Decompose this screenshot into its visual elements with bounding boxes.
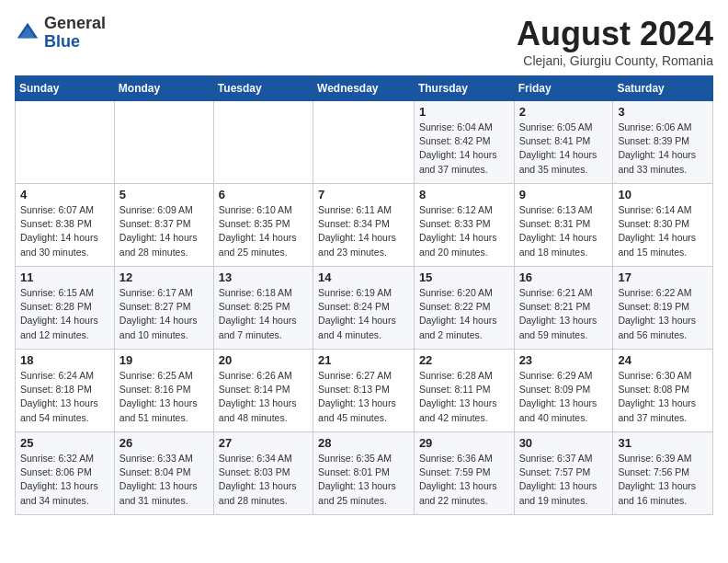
day-info: Sunrise: 6:32 AMSunset: 8:06 PMDaylight:…: [20, 452, 109, 508]
day-number: 3: [618, 105, 708, 119]
day-number: 1: [419, 105, 509, 119]
page-header: General Blue August 2024 Clejani, Giurgi…: [15, 15, 713, 68]
day-number: 16: [519, 270, 609, 284]
day-number: 20: [219, 353, 308, 367]
month-year-title: August 2024: [517, 15, 713, 53]
calendar-cell: 9Sunrise: 6:13 AMSunset: 8:31 PMDaylight…: [514, 184, 613, 267]
day-number: 28: [318, 436, 409, 450]
calendar-cell: 29Sunrise: 6:36 AMSunset: 7:59 PMDayligh…: [414, 432, 514, 515]
day-info: Sunrise: 6:37 AMSunset: 7:57 PMDaylight:…: [519, 452, 609, 508]
calendar-cell: 8Sunrise: 6:12 AMSunset: 8:33 PMDaylight…: [414, 184, 514, 267]
calendar-cell: 5Sunrise: 6:09 AMSunset: 8:37 PMDaylight…: [114, 184, 213, 267]
calendar-cell: 2Sunrise: 6:05 AMSunset: 8:41 PMDaylight…: [514, 101, 613, 184]
calendar-cell: 1Sunrise: 6:04 AMSunset: 8:42 PMDaylight…: [414, 101, 514, 184]
day-info: Sunrise: 6:07 AMSunset: 8:38 PMDaylight:…: [20, 203, 109, 259]
calendar-cell: 14Sunrise: 6:19 AMSunset: 8:24 PMDayligh…: [313, 267, 415, 350]
day-number: 7: [318, 188, 409, 201]
calendar-week-row: 4Sunrise: 6:07 AMSunset: 8:38 PMDaylight…: [16, 184, 713, 267]
day-info: Sunrise: 6:35 AMSunset: 8:01 PMDaylight:…: [318, 452, 409, 508]
day-info: Sunrise: 6:15 AMSunset: 8:28 PMDaylight:…: [20, 286, 109, 342]
day-info: Sunrise: 6:19 AMSunset: 8:24 PMDaylight:…: [318, 286, 409, 342]
day-number: 11: [20, 270, 109, 284]
calendar-cell: 30Sunrise: 6:37 AMSunset: 7:57 PMDayligh…: [514, 432, 613, 515]
day-info: Sunrise: 6:18 AMSunset: 8:25 PMDaylight:…: [219, 286, 308, 342]
calendar-cell: 27Sunrise: 6:34 AMSunset: 8:03 PMDayligh…: [213, 432, 313, 515]
calendar-cell: 23Sunrise: 6:29 AMSunset: 8:09 PMDayligh…: [514, 350, 613, 432]
day-number: 10: [618, 188, 708, 201]
day-number: 30: [519, 436, 609, 450]
day-number: 8: [419, 188, 509, 201]
day-number: 24: [618, 353, 708, 367]
day-info: Sunrise: 6:27 AMSunset: 8:13 PMDaylight:…: [318, 369, 409, 425]
day-info: Sunrise: 6:09 AMSunset: 8:37 PMDaylight:…: [119, 203, 209, 259]
day-number: 12: [119, 270, 209, 284]
day-number: 6: [219, 188, 308, 201]
calendar-cell: 19Sunrise: 6:25 AMSunset: 8:16 PMDayligh…: [114, 350, 213, 432]
calendar-cell: 16Sunrise: 6:21 AMSunset: 8:21 PMDayligh…: [514, 267, 613, 350]
day-info: Sunrise: 6:10 AMSunset: 8:35 PMDaylight:…: [219, 203, 308, 259]
day-info: Sunrise: 6:33 AMSunset: 8:04 PMDaylight:…: [119, 452, 209, 508]
day-info: Sunrise: 6:29 AMSunset: 8:09 PMDaylight:…: [519, 369, 609, 425]
calendar-cell: 26Sunrise: 6:33 AMSunset: 8:04 PMDayligh…: [114, 432, 213, 515]
weekday-header-wednesday: Wednesday: [313, 76, 415, 101]
day-number: 22: [419, 353, 509, 367]
calendar-cell: 24Sunrise: 6:30 AMSunset: 8:08 PMDayligh…: [613, 350, 713, 432]
calendar-cell: [313, 101, 415, 184]
day-info: Sunrise: 6:20 AMSunset: 8:22 PMDaylight:…: [419, 286, 509, 342]
weekday-header-friday: Friday: [514, 76, 613, 101]
calendar-cell: 12Sunrise: 6:17 AMSunset: 8:27 PMDayligh…: [114, 267, 213, 350]
calendar-cell: 7Sunrise: 6:11 AMSunset: 8:34 PMDaylight…: [313, 184, 415, 267]
day-info: Sunrise: 6:39 AMSunset: 7:56 PMDaylight:…: [618, 452, 708, 508]
calendar-week-row: 11Sunrise: 6:15 AMSunset: 8:28 PMDayligh…: [16, 267, 713, 350]
logo: General Blue: [15, 15, 106, 52]
calendar-cell: 11Sunrise: 6:15 AMSunset: 8:28 PMDayligh…: [16, 267, 115, 350]
day-info: Sunrise: 6:11 AMSunset: 8:34 PMDaylight:…: [318, 203, 409, 259]
calendar-week-row: 18Sunrise: 6:24 AMSunset: 8:18 PMDayligh…: [16, 350, 713, 432]
calendar-cell: 17Sunrise: 6:22 AMSunset: 8:19 PMDayligh…: [613, 267, 713, 350]
calendar-cell: 13Sunrise: 6:18 AMSunset: 8:25 PMDayligh…: [213, 267, 313, 350]
weekday-header-monday: Monday: [114, 76, 213, 101]
day-info: Sunrise: 6:05 AMSunset: 8:41 PMDaylight:…: [519, 121, 609, 177]
calendar-cell: 28Sunrise: 6:35 AMSunset: 8:01 PMDayligh…: [313, 432, 415, 515]
day-number: 17: [618, 270, 708, 284]
logo-blue-text: Blue: [44, 32, 80, 51]
calendar-table: SundayMondayTuesdayWednesdayThursdayFrid…: [15, 75, 713, 515]
day-number: 18: [20, 353, 109, 367]
calendar-cell: 10Sunrise: 6:14 AMSunset: 8:30 PMDayligh…: [613, 184, 713, 267]
day-number: 23: [519, 353, 609, 367]
day-number: 4: [20, 188, 109, 201]
calendar-cell: 20Sunrise: 6:26 AMSunset: 8:14 PMDayligh…: [213, 350, 313, 432]
day-info: Sunrise: 6:30 AMSunset: 8:08 PMDaylight:…: [618, 369, 708, 425]
calendar-cell: [213, 101, 313, 184]
weekday-header-row: SundayMondayTuesdayWednesdayThursdayFrid…: [16, 76, 713, 101]
calendar-cell: 6Sunrise: 6:10 AMSunset: 8:35 PMDaylight…: [213, 184, 313, 267]
weekday-header-sunday: Sunday: [16, 76, 115, 101]
day-info: Sunrise: 6:13 AMSunset: 8:31 PMDaylight:…: [519, 203, 609, 259]
calendar-cell: [114, 101, 213, 184]
day-number: 13: [219, 270, 308, 284]
calendar-cell: 15Sunrise: 6:20 AMSunset: 8:22 PMDayligh…: [414, 267, 514, 350]
day-info: Sunrise: 6:34 AMSunset: 8:03 PMDaylight:…: [219, 452, 308, 508]
day-number: 15: [419, 270, 509, 284]
day-info: Sunrise: 6:26 AMSunset: 8:14 PMDaylight:…: [219, 369, 308, 425]
day-number: 25: [20, 436, 109, 450]
calendar-cell: 31Sunrise: 6:39 AMSunset: 7:56 PMDayligh…: [613, 432, 713, 515]
calendar-cell: [16, 101, 115, 184]
logo-icon: [15, 20, 40, 46]
day-number: 2: [519, 105, 609, 119]
day-number: 29: [419, 436, 509, 450]
day-info: Sunrise: 6:17 AMSunset: 8:27 PMDaylight:…: [119, 286, 209, 342]
day-info: Sunrise: 6:36 AMSunset: 7:59 PMDaylight:…: [419, 452, 509, 508]
day-number: 21: [318, 353, 409, 367]
weekday-header-thursday: Thursday: [414, 76, 514, 101]
day-info: Sunrise: 6:28 AMSunset: 8:11 PMDaylight:…: [419, 369, 509, 425]
day-number: 9: [519, 188, 609, 201]
day-info: Sunrise: 6:12 AMSunset: 8:33 PMDaylight:…: [419, 203, 509, 259]
logo-general-text: General: [44, 14, 106, 32]
day-info: Sunrise: 6:04 AMSunset: 8:42 PMDaylight:…: [419, 121, 509, 177]
day-info: Sunrise: 6:14 AMSunset: 8:30 PMDaylight:…: [618, 203, 708, 259]
day-number: 26: [119, 436, 209, 450]
day-info: Sunrise: 6:25 AMSunset: 8:16 PMDaylight:…: [119, 369, 209, 425]
title-block: August 2024 Clejani, Giurgiu County, Rom…: [517, 15, 713, 68]
weekday-header-tuesday: Tuesday: [213, 76, 313, 101]
